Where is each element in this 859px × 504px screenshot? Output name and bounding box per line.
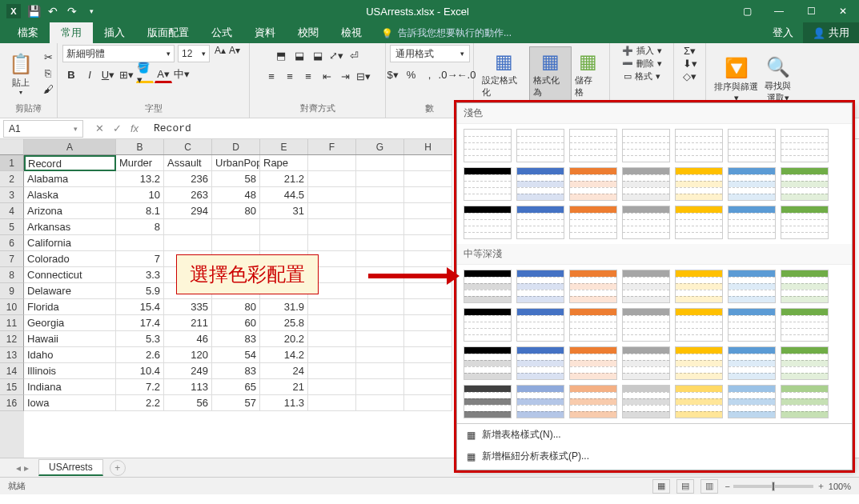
find-select-button[interactable]: 🔍尋找與選取▾ [761, 53, 794, 106]
new-table-style-button[interactable]: ▦新增表格樣式(N)... [457, 424, 852, 446]
page-break-view-icon[interactable]: ▥ [700, 479, 718, 494]
table-style-thumb[interactable] [516, 308, 564, 342]
table-style-thumb[interactable] [675, 346, 723, 380]
table-style-thumb[interactable] [728, 206, 776, 239]
cell[interactable]: 2.2 [116, 395, 164, 411]
cell[interactable]: 13.2 [116, 171, 164, 187]
table-style-thumb[interactable] [569, 129, 617, 162]
decrease-decimal-icon[interactable]: ←.0 [458, 66, 476, 83]
cell[interactable]: 44.5 [260, 187, 308, 203]
cell[interactable] [356, 187, 404, 203]
cell[interactable] [356, 235, 404, 251]
bold-button[interactable]: B [62, 66, 80, 83]
cell[interactable] [356, 283, 404, 299]
cell[interactable]: Arkansas [24, 219, 116, 235]
delete-cells-button[interactable]: ➖刪除▾ [622, 58, 662, 70]
table-style-thumb[interactable] [464, 206, 512, 239]
cell[interactable] [404, 155, 452, 171]
redo-icon[interactable]: ↷ [66, 5, 78, 18]
cell[interactable]: 57 [212, 395, 260, 411]
col-header[interactable]: C [164, 139, 212, 154]
cell[interactable]: Idaho [24, 347, 116, 363]
page-layout-view-icon[interactable]: ▤ [676, 479, 694, 494]
table-style-thumb[interactable] [569, 270, 617, 303]
row-header[interactable]: 6 [0, 235, 24, 251]
cell[interactable] [356, 363, 404, 379]
cell[interactable] [404, 299, 452, 315]
cell[interactable]: 5.3 [116, 331, 164, 347]
table-style-thumb[interactable] [464, 385, 512, 418]
table-style-thumb[interactable] [675, 167, 723, 201]
table-style-thumb[interactable] [464, 308, 512, 342]
cell[interactable] [308, 395, 356, 411]
autosum-button[interactable]: Σ▾ [684, 45, 696, 57]
row-header[interactable]: 2 [0, 171, 24, 187]
cell[interactable]: Indiana [24, 379, 116, 395]
row-header[interactable]: 12 [0, 331, 24, 347]
table-style-thumb[interactable] [675, 129, 723, 162]
number-format-select[interactable]: 通用格式▾ [390, 45, 470, 62]
cell[interactable] [404, 203, 452, 219]
cell[interactable] [308, 299, 356, 315]
col-header[interactable]: A [24, 139, 116, 154]
tab-review[interactable]: 校閱 [287, 22, 330, 43]
cell[interactable] [404, 251, 452, 267]
increase-decimal-icon[interactable]: .0→ [440, 66, 457, 83]
cell[interactable]: 11.3 [260, 395, 308, 411]
row-header[interactable]: 14 [0, 363, 24, 379]
row-header[interactable]: 10 [0, 299, 24, 315]
col-header[interactable]: G [356, 139, 404, 154]
cell[interactable]: 17.4 [116, 315, 164, 331]
cell[interactable] [116, 235, 164, 251]
cell[interactable]: Hawaii [24, 331, 116, 347]
cell[interactable] [356, 251, 404, 267]
cell[interactable] [404, 171, 452, 187]
cell[interactable]: 8 [116, 219, 164, 235]
cut-icon[interactable]: ✂ [40, 50, 56, 65]
row-header[interactable]: 4 [0, 203, 24, 219]
cell[interactable] [260, 235, 308, 251]
row-header[interactable]: 7 [0, 251, 24, 267]
cell[interactable]: 3.3 [116, 267, 164, 283]
cell[interactable] [356, 379, 404, 395]
cell[interactable] [404, 235, 452, 251]
cell[interactable]: 25.8 [260, 315, 308, 331]
cell[interactable]: 10.4 [116, 363, 164, 379]
cell[interactable] [308, 203, 356, 219]
row-header[interactable]: 13 [0, 347, 24, 363]
tab-formula[interactable]: 公式 [200, 22, 243, 43]
cell[interactable]: 80 [212, 203, 260, 219]
row-header[interactable]: 11 [0, 315, 24, 331]
orientation-icon[interactable]: ⤢▾ [327, 46, 345, 64]
cell[interactable]: 20.2 [260, 331, 308, 347]
cell[interactable] [404, 283, 452, 299]
table-style-thumb[interactable] [622, 270, 670, 303]
align-top-icon[interactable]: ⬒ [272, 46, 290, 64]
cell[interactable] [356, 171, 404, 187]
cell[interactable]: Florida [24, 299, 116, 315]
select-all-corner[interactable] [0, 139, 24, 155]
cell[interactable]: 48 [212, 187, 260, 203]
cell[interactable]: 65 [212, 379, 260, 395]
col-header[interactable]: F [308, 139, 356, 154]
cell[interactable]: 294 [164, 203, 212, 219]
normal-view-icon[interactable]: ▦ [652, 479, 670, 494]
cell[interactable] [212, 219, 260, 235]
table-style-thumb[interactable] [675, 385, 723, 418]
table-style-thumb[interactable] [516, 167, 564, 201]
italic-button[interactable]: I [81, 66, 98, 83]
cell[interactable]: Alaska [24, 187, 116, 203]
underline-button[interactable]: U▾ [99, 66, 117, 83]
cell[interactable]: 2.6 [116, 347, 164, 363]
cell[interactable]: Murder [116, 155, 164, 171]
zoom-slider[interactable]: −＋100% [725, 480, 851, 492]
row-header[interactable]: 9 [0, 283, 24, 299]
cell[interactable] [404, 395, 452, 411]
increase-font-icon[interactable]: A▴ [213, 45, 227, 62]
cell[interactable] [404, 331, 452, 347]
cell[interactable] [356, 203, 404, 219]
wrap-text-button[interactable]: ⏎ [346, 46, 363, 64]
close-button[interactable]: ✕ [827, 0, 859, 22]
table-style-thumb[interactable] [675, 308, 723, 342]
copy-icon[interactable]: ⎘ [40, 66, 56, 81]
